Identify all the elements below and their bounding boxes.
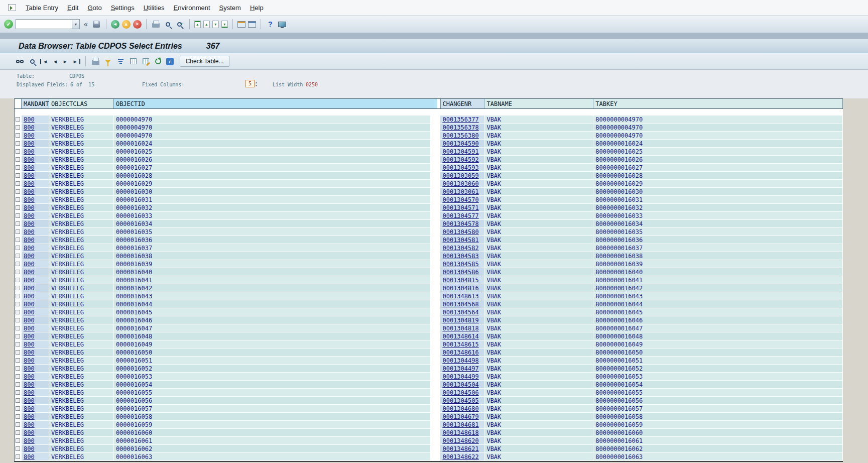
cell-objectid[interactable]: 0000016032 — [114, 204, 441, 212]
cell-changenr[interactable]: 0001356378 — [440, 124, 484, 132]
cell-tabname[interactable]: VBAK — [484, 413, 593, 421]
cell-tabname[interactable]: VBAK — [484, 421, 593, 429]
cell-changenr[interactable]: 0001304571 — [440, 204, 484, 212]
cell-objectclas[interactable]: VERKBELEG — [49, 140, 114, 148]
last-page-icon[interactable]: ▼ — [221, 21, 228, 28]
cell-objectclas[interactable]: VERKBELEG — [49, 132, 114, 140]
cell-tabkey[interactable]: 8000000016059 — [593, 421, 843, 429]
cell-mandant[interactable]: 800 — [22, 357, 49, 365]
choose-details-icon[interactable] — [28, 57, 37, 66]
cell-tabkey[interactable]: 8000000016061 — [593, 437, 843, 445]
cell-objectid[interactable]: 0000016029 — [114, 180, 441, 188]
row-select-cell[interactable] — [15, 373, 22, 381]
cell-tabkey[interactable]: 8000000016049 — [593, 340, 843, 349]
cell-changenr[interactable]: 0001304564 — [440, 308, 484, 316]
cell-changenr[interactable]: 0001304582 — [440, 244, 484, 252]
row-select-cell[interactable] — [15, 381, 22, 389]
cell-objectclas[interactable]: VERKBELEG — [49, 373, 114, 381]
cell-mandant[interactable]: 800 — [22, 244, 49, 252]
monitor-icon[interactable] — [278, 20, 287, 29]
cell-tabname[interactable]: VBAK — [484, 381, 593, 389]
cell-tabkey[interactable]: 8000000016058 — [593, 413, 843, 421]
cell-objectid[interactable]: 0000016059 — [114, 421, 441, 429]
row-checkbox[interactable] — [16, 133, 20, 138]
row-checkbox[interactable] — [16, 238, 20, 242]
cell-mandant[interactable]: 800 — [22, 164, 49, 172]
cell-mandant[interactable]: 800 — [22, 381, 49, 389]
cell-objectid[interactable]: 0000004970 — [114, 132, 441, 140]
cell-mandant[interactable]: 800 — [22, 405, 49, 413]
cell-tabname[interactable]: VBAK — [484, 124, 593, 132]
cell-tabkey[interactable]: 8000000016050 — [593, 349, 843, 357]
row-select-cell[interactable] — [15, 421, 22, 429]
row-checkbox[interactable] — [16, 350, 20, 355]
row-checkbox[interactable] — [16, 157, 20, 162]
row-checkbox[interactable] — [16, 205, 20, 210]
cell-objectid[interactable]: 0000016063 — [114, 453, 441, 461]
row-checkbox[interactable] — [16, 302, 20, 306]
cell-tabname[interactable]: VBAK — [484, 156, 593, 164]
row-checkbox[interactable] — [16, 414, 20, 419]
cell-objectid[interactable]: 0000016030 — [114, 188, 441, 196]
row-checkbox[interactable] — [16, 221, 20, 226]
cell-mandant[interactable]: 800 — [22, 429, 49, 437]
row-select-cell[interactable] — [15, 445, 22, 453]
collapse-toolbar-button[interactable]: « — [82, 20, 89, 28]
cell-mandant[interactable]: 800 — [22, 115, 49, 124]
cell-objectclas[interactable]: VERKBELEG — [49, 244, 114, 252]
row-checkbox[interactable] — [16, 358, 20, 363]
cell-objectid[interactable]: 0000016053 — [114, 373, 441, 381]
cell-tabname[interactable]: VBAK — [484, 180, 593, 188]
cell-objectclas[interactable]: VERKBELEG — [49, 172, 114, 180]
cell-objectclas[interactable]: VERKBELEG — [49, 268, 114, 276]
command-input[interactable] — [16, 19, 72, 29]
cell-tabname[interactable]: VBAK — [484, 220, 593, 228]
cell-changenr[interactable]: 0001356380 — [440, 132, 484, 140]
cell-tabname[interactable]: VBAK — [484, 148, 593, 156]
cell-mandant[interactable]: 800 — [22, 276, 49, 284]
check-table-button[interactable]: Check Table... — [180, 56, 230, 67]
cell-mandant[interactable]: 800 — [22, 365, 49, 373]
row-checkbox[interactable] — [16, 382, 20, 387]
cell-tabname[interactable]: VBAK — [484, 349, 593, 357]
row-select-cell[interactable] — [15, 284, 22, 292]
menu-item-goto[interactable]: Goto — [83, 4, 106, 12]
cell-tabname[interactable]: VBAK — [484, 132, 593, 140]
cell-tabkey[interactable]: 8000000016038 — [593, 252, 843, 260]
cell-changenr[interactable]: 0001304568 — [440, 300, 484, 308]
cell-tabname[interactable]: VBAK — [484, 316, 593, 324]
cell-objectclas[interactable]: VERKBELEG — [49, 196, 114, 204]
cell-mandant[interactable]: 800 — [22, 252, 49, 260]
cell-changenr[interactable]: 0001348621 — [440, 445, 484, 453]
cell-objectclas[interactable]: VERKBELEG — [49, 212, 114, 220]
cell-tabname[interactable]: VBAK — [484, 365, 593, 373]
cell-objectid[interactable]: 0000016044 — [114, 300, 441, 308]
cell-objectid[interactable]: 0000016061 — [114, 437, 441, 445]
row-select-cell[interactable] — [15, 148, 22, 156]
filter-icon[interactable] — [103, 57, 113, 66]
cell-tabname[interactable]: VBAK — [484, 445, 593, 453]
cell-changenr[interactable]: 0001348615 — [440, 340, 484, 349]
cell-objectclas[interactable]: VERKBELEG — [49, 180, 114, 188]
cell-objectid[interactable]: 0000016052 — [114, 365, 441, 373]
row-select-cell[interactable] — [15, 397, 22, 405]
cell-changenr[interactable]: 0001304506 — [440, 389, 484, 397]
cell-mandant[interactable]: 800 — [22, 180, 49, 188]
row-checkbox[interactable] — [16, 125, 20, 130]
row-select-cell[interactable] — [15, 332, 22, 340]
row-select-cell[interactable] — [15, 172, 22, 180]
cell-objectid[interactable]: 0000016041 — [114, 276, 441, 284]
cell-tabname[interactable]: VBAK — [484, 140, 593, 148]
cell-objectclas[interactable]: VERKBELEG — [49, 292, 114, 300]
cell-tabkey[interactable]: 8000000016031 — [593, 196, 843, 204]
cell-tabkey[interactable]: 8000000016055 — [593, 389, 843, 397]
cell-tabname[interactable]: VBAK — [484, 292, 593, 300]
row-checkbox[interactable] — [16, 141, 20, 146]
cell-tabname[interactable]: VBAK — [484, 212, 593, 220]
cell-tabkey[interactable]: 8000000016027 — [593, 164, 843, 172]
cell-mandant[interactable]: 800 — [22, 324, 49, 332]
cell-objectclas[interactable]: VERKBELEG — [49, 324, 114, 332]
cell-mandant[interactable]: 800 — [22, 437, 49, 445]
cell-mandant[interactable]: 800 — [22, 188, 49, 196]
first-entry-icon[interactable]: ◄ — [40, 59, 49, 64]
